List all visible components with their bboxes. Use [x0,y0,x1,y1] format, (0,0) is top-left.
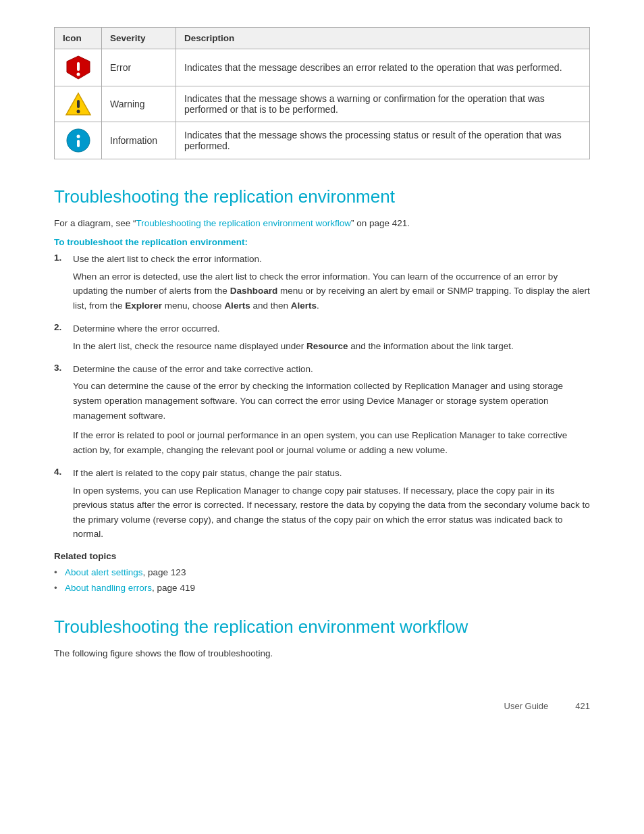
icon-cell-warning [55,86,102,122]
severity-info: Information [102,122,176,159]
list-item: 4. If the alert is related to the copy p… [54,467,590,542]
step-4-detail: In open systems, you can use Replication… [73,484,590,542]
section2-intro: The following figure shows the flow of t… [54,647,590,660]
table-row: Information Indicates that the message s… [55,122,590,159]
table-row: Error Indicates that the message describ… [55,49,590,86]
col-header-icon: Icon [55,28,102,49]
steps-list: 1. Use the alert list to check the error… [54,253,590,542]
svg-point-5 [76,110,80,113]
info-icon [65,128,91,153]
workflow-link[interactable]: Troubleshooting the replication environm… [136,218,351,228]
svg-point-7 [76,135,80,138]
list-item: 1. Use the alert list to check the error… [54,253,590,313]
related-topic-item: About alert settings, page 123 [54,565,590,581]
col-header-severity: Severity [102,28,176,49]
step-4-main: If the alert is related to the copy pair… [73,467,342,480]
severity-error: Error [102,49,176,86]
footer-label: User Guide [504,701,549,711]
section1-intro: For a diagram, see “Troubleshooting the … [54,217,590,230]
step-2-main: Determine where the error occurred. [73,322,220,336]
description-info: Indicates that the message shows the pro… [176,122,590,159]
warning-icon [65,92,92,116]
step-label: To troubleshoot the replication environm… [54,237,590,247]
description-error: Indicates that the message describes an … [176,49,590,86]
severity-warning: Warning [102,86,176,122]
icon-cell-error [55,49,102,86]
related-topics-list: About alert settings, page 123 About han… [54,565,590,596]
step-2-detail: In the alert list, check the resource na… [73,339,590,354]
svg-rect-8 [77,140,80,147]
icon-cell-info [55,122,102,159]
svg-rect-4 [77,100,80,108]
svg-point-2 [76,73,80,76]
col-header-description: Description [176,28,590,49]
step-1-main: Use the alert list to check the error in… [73,253,262,266]
description-warning: Indicates that the message shows a warni… [176,86,590,122]
icon-severity-table: Icon Severity Description Error Indicate… [54,27,590,159]
list-item: 2. Determine where the error occurred. I… [54,322,590,353]
step-number-1: 1. [54,253,66,266]
list-item: 3. Determine the cause of the error and … [54,363,590,457]
step-number-2: 2. [54,322,66,336]
step-3-main: Determine the cause of the error and tak… [73,363,313,376]
footer-page: 421 [575,701,590,711]
section2-title: Troubleshooting the replication environm… [54,617,590,637]
svg-rect-1 [77,62,80,71]
step-3-detail: You can determine the cause of the error… [73,379,590,457]
section1-title: Troubleshooting the replication environm… [54,186,590,207]
error-icon [65,55,91,80]
table-row: Warning Indicates that the message shows… [55,86,590,122]
related-topics-heading: Related topics [54,551,590,561]
step-number-3: 3. [54,363,66,376]
related-link-alert-settings[interactable]: About alert settings [65,567,143,577]
step-1-detail: When an error is detected, use the alert… [73,269,590,313]
step-number-4: 4. [54,467,66,480]
related-link-handling-errors[interactable]: About handling errors [65,583,152,593]
page-footer: User Guide 421 [54,701,590,711]
related-topic-item: About handling errors, page 419 [54,581,590,596]
